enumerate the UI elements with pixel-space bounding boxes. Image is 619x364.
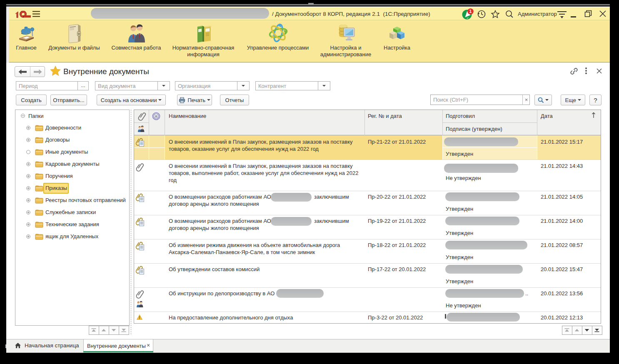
svg-text:1: 1 (469, 9, 472, 14)
